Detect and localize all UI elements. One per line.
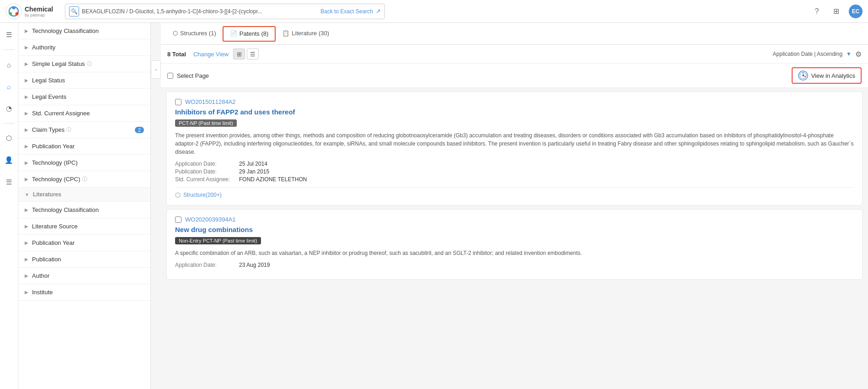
- app-logo-icon: [5, 3, 22, 20]
- nav-divider-2: [4, 123, 15, 124]
- tab-literature[interactable]: 📋 Literature (30): [276, 23, 335, 44]
- tab-label: Literature (30): [292, 30, 329, 37]
- svg-point-7: [803, 75, 804, 76]
- filter-claim-types[interactable]: ▶ Claim Types ⓘ 2: [18, 122, 150, 138]
- patent-1-title[interactable]: Inhibitors of FAPP2 and uses thereof: [175, 108, 854, 116]
- main-layout: ☰ ⌂ ⌕ ◔ ⬡ 👤 ☰ ▶ Technology Classificatio…: [0, 23, 868, 389]
- filter-lit-publication-year[interactable]: ▶ Publication Year: [18, 235, 150, 251]
- arrow-icon: ▶: [25, 224, 28, 229]
- nav-search-icon[interactable]: ⌕: [2, 79, 16, 94]
- arrow-icon: ▶: [25, 28, 28, 33]
- nav-sidebar: ☰ ⌂ ⌕ ◔ ⬡ 👤 ☰: [0, 23, 18, 389]
- patent-2-checkbox[interactable]: [175, 216, 181, 223]
- filter-lit-literature-source[interactable]: ▶ Literature Source: [18, 218, 150, 235]
- search-input[interactable]: [82, 8, 318, 15]
- filter-lit-publication[interactable]: ▶ Publication: [18, 251, 150, 268]
- patent-2-title[interactable]: New drug combinations: [175, 226, 854, 233]
- grid-apps-icon[interactable]: ⊞: [830, 5, 842, 18]
- info-icon[interactable]: ⓘ: [66, 126, 71, 133]
- filter-label: Publication Year: [32, 143, 75, 150]
- sort-area: Application Date | Ascending ▼ ⚙: [773, 50, 862, 59]
- results-total: 8 Total: [167, 51, 186, 58]
- filter-label: Std. Current Assignee: [32, 110, 90, 117]
- nav-analytics-icon[interactable]: ◔: [2, 101, 16, 116]
- filter-legal-events[interactable]: ▶ Legal Events: [18, 89, 150, 105]
- view-icons: ⊞ ☰: [233, 49, 259, 59]
- filter-label: Technology Classification: [32, 206, 99, 213]
- back-to-search-link[interactable]: Back to Exact Search: [320, 8, 373, 15]
- arrow-icon: ▶: [25, 160, 28, 165]
- nav-molecule-icon[interactable]: ⬡: [2, 131, 16, 146]
- collapse-panel-btn[interactable]: ‹: [151, 60, 161, 79]
- arrow-icon: ▶: [25, 207, 28, 212]
- tab-structures[interactable]: ⬡ Structures (1): [166, 23, 223, 44]
- analytics-btn-label: View in Analytics: [811, 72, 855, 79]
- nav-menu-icon[interactable]: ☰: [2, 27, 16, 42]
- tab-label: Structures (1): [180, 30, 216, 37]
- patent-card-2-header: WO2020039394A1: [175, 216, 854, 223]
- arrow-icon: ▶: [25, 127, 28, 132]
- filter-std-current-assignee[interactable]: ▶ Std. Current Assignee: [18, 105, 150, 122]
- patent-card-1-header: WO2015011284A2: [175, 98, 854, 105]
- literature-tab-icon: 📋: [282, 30, 289, 37]
- filter-technology-ipc[interactable]: ▶ Technology (IPC): [18, 155, 150, 171]
- filter-label: Claim Types: [32, 126, 64, 133]
- filter-simple-legal-status[interactable]: ▶ Simple Legal Status ⓘ: [18, 56, 150, 72]
- filter-label: Literature Source: [32, 223, 78, 230]
- filter-literatures-header[interactable]: ▼ Literatures: [18, 188, 150, 202]
- filter-technology-classification[interactable]: ▶ Technology Classification: [18, 23, 150, 39]
- app-name: Chemical: [25, 5, 53, 13]
- patent-1-checkbox[interactable]: [175, 99, 181, 105]
- nav-home-icon[interactable]: ⌂: [2, 57, 16, 72]
- tab-label: Patents (8): [240, 30, 269, 37]
- filter-lit-technology-classification[interactable]: ▶ Technology Classification: [18, 202, 150, 218]
- select-all-bar: Select Page View in Analytics: [161, 64, 868, 88]
- filter-legal-status[interactable]: ▶ Legal Status: [18, 72, 150, 89]
- arrow-icon: ▶: [25, 94, 28, 99]
- nav-divider: [4, 49, 15, 50]
- assignee-label: Std. Current Assignee:: [175, 176, 239, 183]
- select-page-label: Select Page: [177, 72, 209, 79]
- help-icon[interactable]: ?: [810, 5, 823, 18]
- pub-date-value: 29 Jan 2015: [239, 168, 854, 175]
- structure-label[interactable]: Structure(200+): [183, 192, 222, 198]
- app-date-value: 25 Jul 2014: [239, 161, 854, 167]
- filter-technology-cpc[interactable]: ▶ Technology (CPC) ⓘ: [18, 171, 150, 188]
- filter-lit-author[interactable]: ▶ Author: [18, 268, 150, 284]
- patent-1-badge: PCT-NP (Past time limit): [175, 119, 237, 127]
- search-bar: 🔍 Back to Exact Search ↗: [65, 4, 385, 19]
- filter-label: Technology Classification: [32, 27, 99, 34]
- avatar[interactable]: EC: [849, 5, 863, 18]
- patent-1-id[interactable]: WO2015011284A2: [185, 98, 236, 105]
- filter-label: Technology (IPC): [32, 159, 78, 166]
- patent-1-footer[interactable]: ⬡ Structure(200+): [175, 187, 854, 199]
- assignee-value: FOND AZIONE TELETHON: [239, 176, 854, 183]
- structures-tab-icon: ⬡: [173, 30, 178, 37]
- sort-dropdown-icon[interactable]: ▼: [846, 51, 852, 57]
- app-date-value-2: 23 Aug 2019: [239, 262, 854, 268]
- filter-label: Technology (CPC): [32, 176, 80, 183]
- filter-lit-institute[interactable]: ▶ Institute: [18, 284, 150, 301]
- filter-authority[interactable]: ▶ Authority: [18, 39, 150, 56]
- zoom-icon[interactable]: 🔍: [69, 6, 79, 16]
- change-view-link[interactable]: Change View: [193, 51, 229, 58]
- app-sub: by patsnap: [25, 13, 53, 17]
- nav-people-icon[interactable]: 👤: [2, 153, 16, 167]
- arrow-icon: ▶: [25, 78, 28, 83]
- select-page-checkbox[interactable]: [167, 73, 173, 79]
- info-icon[interactable]: ⓘ: [82, 176, 87, 183]
- list-view-btn[interactable]: ☰: [247, 49, 259, 59]
- tab-patents[interactable]: 📄 Patents (8): [223, 26, 276, 42]
- patent-2-id[interactable]: WO2020039394A1: [185, 216, 236, 223]
- settings-icon[interactable]: ⚙: [855, 50, 862, 59]
- info-icon[interactable]: ⓘ: [87, 60, 92, 67]
- patent-2-meta: Application Date: 23 Aug 2019: [175, 262, 854, 268]
- view-analytics-btn[interactable]: View in Analytics: [792, 67, 862, 84]
- filter-label: Authority: [32, 44, 55, 51]
- patent-1-meta: Application Date: 25 Jul 2014 Publicatio…: [175, 161, 854, 183]
- nav-list-icon[interactable]: ☰: [2, 175, 16, 189]
- grid-view-btn[interactable]: ⊞: [233, 49, 245, 59]
- content-area: ⬡ Structures (1) 📄 Patents (8) 📋 Literat…: [161, 23, 868, 389]
- literatures-label: Literatures: [33, 191, 61, 198]
- filter-publication-year[interactable]: ▶ Publication Year: [18, 138, 150, 155]
